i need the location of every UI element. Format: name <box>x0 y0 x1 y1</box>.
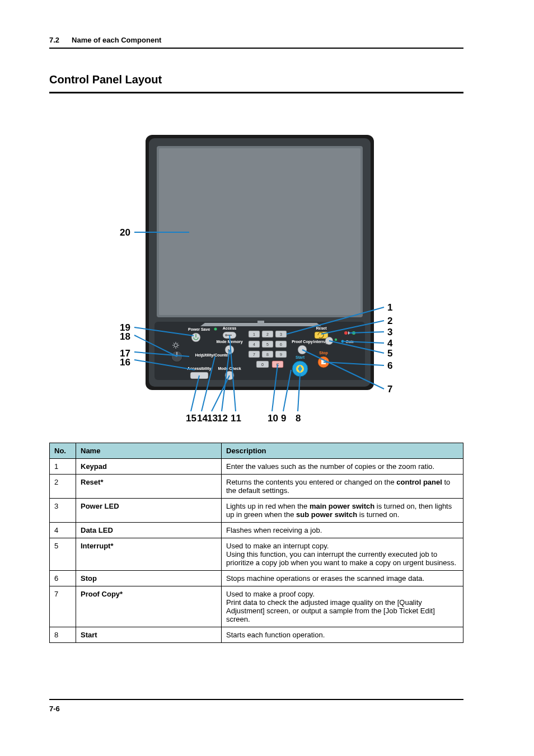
svg-text:5: 5 <box>266 342 269 346</box>
svg-text:10: 10 <box>268 413 278 424</box>
table-row: 5Interrupt*Used to make an interrupt cop… <box>50 538 463 571</box>
table-row: 7Proof Copy*Used to make a proof copy.Pr… <box>50 586 463 627</box>
svg-text:18: 18 <box>120 331 130 342</box>
svg-text:11: 11 <box>231 413 241 424</box>
cell-no: 8 <box>50 627 76 643</box>
label-start: Start <box>296 355 305 359</box>
cell-no: 4 <box>50 523 76 538</box>
cell-name: Interrupt* <box>76 538 222 571</box>
table-row: 4Data LEDFlashes when receiving a job. <box>50 523 463 538</box>
svg-text:5: 5 <box>387 348 392 359</box>
th-no: No. <box>50 443 76 459</box>
svg-text:9: 9 <box>281 413 286 424</box>
page-title: Control Panel Layout <box>49 73 463 86</box>
cell-name: Keypad <box>76 459 222 475</box>
label-power-save: Power Save <box>188 327 210 331</box>
label-proof-copy: Proof Copy <box>292 340 313 344</box>
page-footer: 7-6 <box>49 699 463 713</box>
cell-name: Data LED <box>76 523 222 538</box>
label-reset: Reset <box>316 326 327 330</box>
svg-rect-4 <box>154 322 365 380</box>
svg-text:15: 15 <box>186 413 196 424</box>
svg-text:6: 6 <box>280 342 282 346</box>
svg-text:6: 6 <box>387 360 392 371</box>
header-rule <box>49 48 463 49</box>
svg-text:1: 1 <box>387 302 392 313</box>
th-name: Name <box>76 443 222 459</box>
cell-no: 6 <box>50 571 76 586</box>
cell-name: Stop <box>76 571 222 586</box>
running-header: 7.2 Name of each Component <box>49 36 463 44</box>
svg-text:8: 8 <box>266 353 269 356</box>
page-number: 7-6 <box>49 705 60 713</box>
cell-desc: Lights up in red when the main power swi… <box>222 499 463 523</box>
th-desc: Description <box>222 443 463 459</box>
svg-text:4: 4 <box>253 342 255 346</box>
svg-text:0: 0 <box>261 363 264 367</box>
table-row: 6StopStops machine operations or erases … <box>50 571 463 586</box>
svg-text:4: 4 <box>387 338 393 349</box>
label-access: Access <box>223 326 237 330</box>
cell-name: Proof Copy* <box>76 586 222 627</box>
table-row: 2Reset*Returns the contents you entered … <box>50 475 463 499</box>
table-row: 8StartStarts each function operation. <box>50 627 463 643</box>
svg-point-6 <box>214 328 217 331</box>
section-number: 7.2 <box>49 36 59 44</box>
cell-desc: Used to make a proof copy.Print data to … <box>222 586 463 627</box>
svg-text:8: 8 <box>296 413 301 424</box>
svg-text:13: 13 <box>207 413 218 424</box>
svg-text:3: 3 <box>387 327 392 337</box>
cell-no: 3 <box>50 499 76 523</box>
svg-point-41 <box>344 331 348 335</box>
title-rule <box>49 92 463 93</box>
svg-point-18 <box>225 334 227 336</box>
cell-desc: Returns the contents you entered or chan… <box>222 475 463 499</box>
cell-desc: Flashes when receiving a job. <box>222 523 463 538</box>
svg-text:14: 14 <box>197 413 208 424</box>
device-illustration: Power Save <box>146 135 374 390</box>
section-title: Name of each Component <box>72 36 161 44</box>
components-table: No. Name Description 1KeypadEnter the va… <box>49 443 463 643</box>
cell-desc: Starts each function operation. <box>222 627 463 643</box>
cell-no: 7 <box>50 586 76 627</box>
svg-text:3: 3 <box>280 332 282 336</box>
interrupt-led <box>335 339 337 341</box>
svg-text:16: 16 <box>120 357 130 368</box>
label-stop: Stop <box>319 351 328 355</box>
svg-text:9: 9 <box>280 353 282 356</box>
cell-desc: Stops machine operations or erases the s… <box>222 571 463 586</box>
cell-name: Start <box>76 627 222 643</box>
svg-text:7: 7 <box>253 353 255 356</box>
svg-text:20: 20 <box>120 227 130 238</box>
cell-no: 1 <box>50 459 76 475</box>
cell-no: 5 <box>50 538 76 571</box>
cell-desc: Used to make an interrupt copy.Using thi… <box>222 538 463 571</box>
table-row: 3Power LEDLights up in red when the main… <box>50 499 463 523</box>
cell-desc: Enter the values such as the number of c… <box>222 459 463 475</box>
svg-text:7: 7 <box>387 384 392 395</box>
svg-text:1: 1 <box>253 332 255 336</box>
cell-no: 2 <box>50 475 76 499</box>
svg-text:2: 2 <box>266 332 269 336</box>
svg-text:12: 12 <box>217 413 228 424</box>
panel-diagram: Power Save <box>49 133 463 435</box>
cell-name: Power LED <box>76 499 222 523</box>
cell-name: Reset* <box>76 475 222 499</box>
label-mode-check: Mode Check <box>218 367 241 370</box>
svg-text:2: 2 <box>387 316 392 326</box>
label-utility-counter: Utility/Counter <box>203 353 229 358</box>
table-row: 1KeypadEnter the values such as the numb… <box>50 459 463 475</box>
svg-rect-5 <box>257 321 264 324</box>
